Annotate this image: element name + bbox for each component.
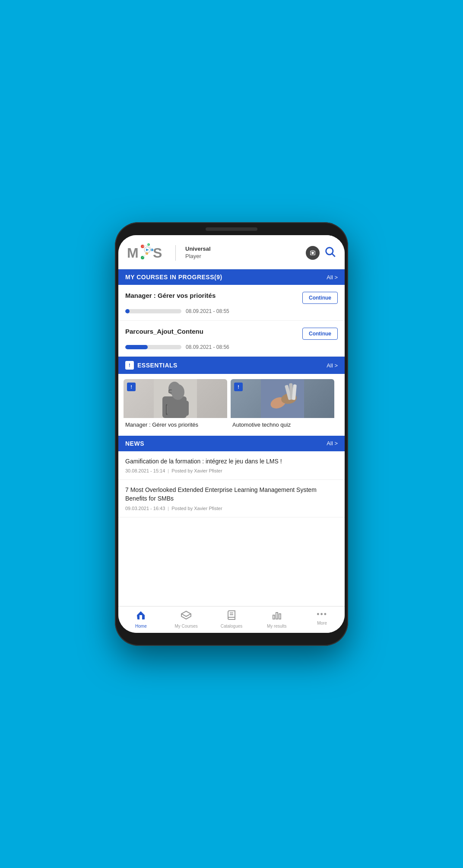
search-icon[interactable] <box>324 246 336 261</box>
news-title-1: Gamification de la formation : intégrez … <box>125 457 338 466</box>
svg-rect-32 <box>273 615 275 619</box>
course-item-top-2: Parcours_Ajout_Contenu Continue <box>125 328 338 340</box>
news-item-2[interactable]: 7 Most Overlooked Extended Enterprise Le… <box>118 480 345 517</box>
svg-point-13 <box>311 252 314 254</box>
news-author-2: Posted by Xavier Pfister <box>171 506 222 511</box>
svg-line-15 <box>332 254 335 256</box>
news-all-link[interactable]: All > <box>327 440 338 447</box>
essential-card-2[interactable]: ! Automotive techno quiz <box>231 379 334 431</box>
news-section-header: NEWS All > <box>118 436 345 451</box>
news-item-1[interactable]: Gamification de la formation : intégrez … <box>118 451 345 480</box>
essentials-grid: ! Manager : Gérer vos priorités <box>118 374 345 436</box>
progress-fill-1 <box>125 309 130 313</box>
course-title-1: Manager : Gérer vos priorités <box>125 292 298 299</box>
svg-point-17 <box>168 382 181 396</box>
continue-button-2[interactable]: Continue <box>302 328 338 340</box>
news-meta-2: 09.03.2021 - 16:43 | Posted by Xavier Pf… <box>125 506 338 511</box>
logo-text: Universal Player <box>185 246 211 260</box>
nav-item-catalogues[interactable]: Catalogues <box>209 610 254 629</box>
course-date-1: 08.09.2021 - 08:55 <box>186 308 229 314</box>
nav-label-more: More <box>317 621 327 625</box>
continue-button-1[interactable]: Continue <box>302 292 338 304</box>
course-item-2: Parcours_Ajout_Contenu Continue 08.09.20… <box>118 321 345 357</box>
header-icons <box>306 246 336 261</box>
logo-divider <box>175 245 176 261</box>
news-title-2: 7 Most Overlooked Extended Enterprise Le… <box>125 486 338 503</box>
essential-card-1-title: Manager : Gérer vos priorités <box>124 418 227 431</box>
nav-label-catalogues: Catalogues <box>221 624 243 629</box>
logo-container: M S <box>127 242 211 264</box>
news-date-2: 09.03.2021 - 16:43 <box>125 506 165 511</box>
my-courses-icon <box>181 610 191 622</box>
course-title-2: Parcours_Ajout_Contenu <box>125 328 298 335</box>
svg-marker-7 <box>146 249 149 251</box>
app-header: M S <box>118 235 345 269</box>
nav-label-my-results: My results <box>267 624 287 629</box>
nav-item-my-courses[interactable]: My Courses <box>164 610 209 629</box>
essential-card-2-badge: ! <box>234 383 243 391</box>
svg-rect-34 <box>279 614 281 619</box>
essential-card-1-image <box>124 379 227 418</box>
course-date-2: 08.09.2021 - 08:56 <box>186 344 229 350</box>
essentials-section-title: ! ESSENTIALS <box>125 361 178 370</box>
nav-label-home: Home <box>135 624 147 629</box>
essentials-badge-icon: ! <box>125 361 134 370</box>
bottom-nav: Home My Courses <box>118 606 345 633</box>
essential-card-2-title: Automotive techno quiz <box>231 418 334 431</box>
phone-frame: M S <box>115 222 348 646</box>
essential-card-1[interactable]: ! Manager : Gérer vos priorités <box>124 379 227 431</box>
mos-logo: M S <box>127 242 166 264</box>
nav-label-my-courses: My Courses <box>175 624 198 629</box>
svg-rect-23 <box>167 405 182 414</box>
phone-screen: M S <box>118 235 345 633</box>
nav-item-more[interactable]: ••• More <box>299 610 345 629</box>
course-meta-1: 08.09.2021 - 08:55 <box>125 308 338 314</box>
progress-bar-1 <box>125 309 181 313</box>
essentials-section-header: ! ESSENTIALS All > <box>118 357 345 374</box>
my-results-icon <box>272 610 282 622</box>
svg-rect-18 <box>162 396 187 418</box>
courses-section-title: MY COURSES IN PROGRESS(9) <box>125 274 222 281</box>
catalogues-icon <box>226 610 237 622</box>
svg-rect-16 <box>154 379 197 418</box>
course-item-top-1: Manager : Gérer vos priorités Continue <box>125 292 338 304</box>
news-author-1: Posted by Xavier Pfister <box>171 468 222 473</box>
progress-fill-2 <box>125 345 148 349</box>
essential-card-1-badge: ! <box>127 383 136 391</box>
news-section-title: NEWS <box>125 440 144 447</box>
news-separator-1: | <box>168 468 169 473</box>
svg-text:M: M <box>127 245 139 261</box>
courses-all-link[interactable]: All > <box>327 274 338 281</box>
essential-card-2-image <box>231 379 334 418</box>
courses-section-header: MY COURSES IN PROGRESS(9) All > <box>118 269 345 285</box>
more-icon: ••• <box>317 610 327 619</box>
svg-rect-19 <box>169 390 174 393</box>
essentials-all-link[interactable]: All > <box>327 362 338 369</box>
svg-line-11 <box>143 253 147 258</box>
svg-text:S: S <box>153 245 162 261</box>
svg-rect-33 <box>276 613 278 619</box>
news-separator-2: | <box>168 506 169 511</box>
progress-bar-2 <box>125 345 181 349</box>
news-meta-1: 30.08.2021 - 15:14 | Posted by Xavier Pf… <box>125 468 338 473</box>
home-icon <box>136 610 146 622</box>
screen-content: MY COURSES IN PROGRESS(9) All > Manager … <box>118 269 345 606</box>
news-date-1: 30.08.2021 - 15:14 <box>125 468 165 473</box>
nav-item-home[interactable]: Home <box>118 610 164 629</box>
camera-icon[interactable] <box>306 246 320 260</box>
course-meta-2: 08.09.2021 - 08:56 <box>125 344 338 350</box>
course-item-1: Manager : Gérer vos priorités Continue 0… <box>118 285 345 321</box>
svg-rect-20 <box>175 390 181 393</box>
svg-rect-22 <box>166 404 183 415</box>
nav-item-my-results[interactable]: My results <box>254 610 299 629</box>
svg-point-14 <box>326 247 333 254</box>
